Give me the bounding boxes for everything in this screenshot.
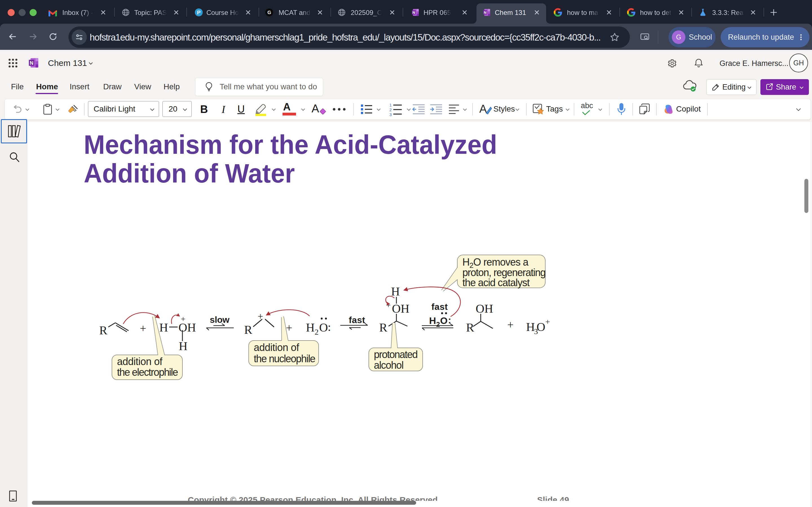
svg-text:P: P — [197, 10, 201, 15]
svg-text:N: N — [30, 60, 33, 66]
svg-text:G: G — [267, 10, 271, 15]
svg-text:addition of: addition of — [254, 342, 299, 353]
svg-text:R: R — [466, 321, 474, 334]
svg-text:N: N — [412, 10, 415, 15]
svg-text:H: H — [526, 320, 535, 334]
svg-text:2: 2 — [389, 107, 392, 112]
svg-text:OH: OH — [392, 302, 409, 315]
svg-text:R: R — [244, 323, 252, 336]
svg-text::: : — [327, 320, 331, 334]
svg-text:+: + — [386, 300, 391, 309]
svg-text:fast: fast — [432, 302, 448, 312]
svg-text:proton, regenerating: proton, regenerating — [462, 267, 546, 278]
svg-text:H: H — [429, 315, 436, 326]
svg-text:+: + — [140, 322, 146, 335]
svg-text:O: O — [537, 320, 545, 334]
svg-text:addition of: addition of — [117, 356, 163, 367]
svg-text:OH: OH — [476, 302, 493, 315]
svg-text:2: 2 — [315, 328, 319, 336]
svg-text:the electrophile: the electrophile — [117, 367, 178, 378]
svg-text:3: 3 — [389, 112, 392, 116]
svg-text:+: + — [507, 318, 514, 331]
svg-text:O: O — [440, 315, 448, 326]
svg-text:H: H — [306, 321, 315, 334]
svg-text:slow: slow — [210, 315, 230, 325]
svg-text:O: O — [319, 321, 328, 334]
svg-text:H: H — [159, 321, 168, 334]
svg-text:R: R — [99, 324, 107, 337]
svg-text:fast: fast — [349, 315, 365, 325]
svg-text:+: + — [181, 314, 186, 323]
svg-text:protonated: protonated — [374, 349, 417, 360]
svg-text:alcohol: alcohol — [374, 359, 403, 371]
svg-text:H: H — [391, 285, 400, 298]
svg-text:2: 2 — [436, 321, 440, 328]
svg-text:N: N — [484, 10, 486, 15]
svg-text:1: 1 — [389, 103, 392, 107]
svg-text:the nucleophile: the nucleophile — [254, 353, 315, 364]
svg-text:the acid catalyst: the acid catalyst — [462, 277, 530, 288]
svg-text:H: H — [179, 339, 188, 353]
svg-text:R: R — [379, 321, 388, 334]
svg-text:+: + — [545, 317, 550, 326]
svg-text:A: A — [479, 103, 487, 115]
svg-text:+: + — [286, 321, 292, 334]
svg-text:+: + — [258, 311, 263, 321]
